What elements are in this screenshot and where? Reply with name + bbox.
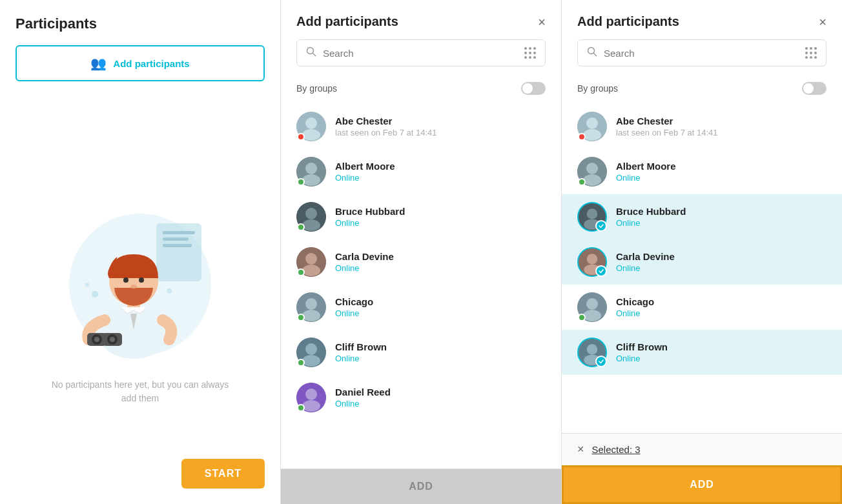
participant-status: Online — [335, 308, 546, 318]
avatar-wrapper — [296, 247, 326, 277]
svg-point-12 — [110, 337, 115, 342]
status-dot — [578, 178, 586, 186]
svg-point-20 — [167, 288, 172, 294]
participant-info: Chicago Online — [335, 296, 546, 318]
participant-status: Online — [335, 399, 546, 408]
close-button-2[interactable]: × — [819, 15, 827, 28]
add-participants-panel-2: Add participants × By groups — [562, 0, 842, 504]
avatar-wrapper — [296, 338, 326, 367]
participant-name: Albert Moore — [616, 161, 827, 172]
participant-info: Cliff Brown Online — [616, 341, 827, 363]
svg-point-33 — [305, 253, 317, 265]
list-item[interactable]: Carla Devine Online — [562, 239, 842, 285]
list-item[interactable]: Carla Devine Online — [281, 239, 561, 285]
clear-selection-button[interactable]: × — [577, 443, 584, 456]
participant-info: Bruce Hubbard Online — [616, 206, 827, 228]
avatar-wrapper — [577, 338, 607, 367]
svg-line-22 — [313, 54, 316, 56]
participant-status: Online — [616, 218, 827, 228]
list-item[interactable]: Abe Chester last seen on Feb 7 at 14:41 — [562, 104, 842, 149]
add-participants-panel-1: Add participants × By groups — [281, 0, 562, 504]
svg-point-17 — [130, 285, 137, 288]
list-item[interactable]: Albert Moore Online — [562, 149, 842, 194]
dialog-header-2: Add participants × — [562, 0, 842, 39]
svg-point-36 — [305, 298, 317, 310]
dialog-footer-2: × Selected: 3 ADD — [562, 433, 842, 504]
participant-info: Cliff Brown Online — [335, 341, 546, 363]
participant-list-1: Abe Chester last seen on Feb 7 at 14:41 … — [281, 104, 561, 469]
svg-rect-3 — [163, 237, 189, 241]
start-button[interactable]: START — [181, 459, 265, 489]
list-item[interactable]: Chicago Online — [562, 285, 842, 330]
list-item[interactable]: Bruce Hubbard Online — [562, 194, 842, 239]
participant-name: Albert Moore — [335, 161, 546, 172]
selected-row: × Selected: 3 — [562, 434, 842, 465]
list-item[interactable]: Cliff Brown Online — [281, 330, 561, 375]
dialog-title-2: Add participants — [577, 14, 679, 29]
close-button-1[interactable]: × — [538, 15, 546, 28]
avatar-wrapper — [577, 112, 607, 141]
selected-count: Selected: 3 — [592, 444, 641, 455]
svg-point-59 — [586, 298, 598, 310]
svg-rect-4 — [163, 244, 192, 247]
participant-status: Online — [616, 263, 827, 273]
status-dot — [297, 359, 305, 367]
status-dot — [297, 404, 305, 412]
svg-point-50 — [586, 163, 598, 174]
participant-status: last seen on Feb 7 at 14:41 — [616, 128, 827, 137]
grid-icon-1[interactable] — [524, 47, 536, 59]
svg-point-18 — [92, 291, 98, 297]
list-item[interactable]: Albert Moore Online — [281, 149, 561, 194]
add-button-2[interactable]: ADD — [562, 465, 842, 504]
dialog-footer-1: ADD — [281, 469, 561, 504]
svg-point-60 — [583, 310, 601, 321]
panel1-title: Participants — [15, 15, 265, 32]
add-participants-label: Add participants — [113, 58, 189, 69]
participant-name: Bruce Hubbard — [616, 206, 827, 217]
by-groups-toggle-1[interactable] — [521, 82, 546, 95]
svg-point-53 — [587, 208, 597, 219]
add-button-1[interactable]: ADD — [281, 469, 561, 504]
svg-point-24 — [305, 117, 317, 129]
illustration-svg — [56, 185, 224, 365]
avatar-wrapper — [577, 247, 607, 277]
dialog-header-1: Add participants × — [281, 0, 561, 39]
check-badge — [595, 265, 607, 277]
status-dot — [578, 133, 586, 141]
participant-info: Abe Chester last seen on Feb 7 at 14:41 — [616, 116, 827, 137]
participant-name: Carla Devine — [616, 251, 827, 262]
search-icon-2 — [587, 46, 597, 59]
participant-status: Online — [335, 218, 546, 228]
participant-list-2: Abe Chester last seen on Feb 7 at 14:41 … — [562, 104, 842, 433]
by-groups-toggle-2[interactable] — [802, 82, 827, 95]
list-item[interactable]: Chicago Online — [281, 285, 561, 330]
grid-icon-2[interactable] — [805, 47, 817, 59]
svg-point-40 — [302, 355, 320, 367]
participant-name: Cliff Brown — [335, 341, 546, 352]
svg-point-31 — [302, 219, 320, 231]
dialog-title-1: Add participants — [296, 14, 398, 29]
status-dot — [297, 268, 305, 276]
svg-point-27 — [305, 163, 317, 174]
participant-name: Chicago — [335, 296, 546, 307]
svg-point-39 — [305, 343, 317, 355]
list-item[interactable]: Cliff Brown Online — [562, 330, 842, 375]
search-icon-1 — [306, 46, 316, 59]
svg-point-16 — [139, 277, 144, 283]
avatar-wrapper — [577, 292, 607, 322]
list-item[interactable]: Daniel Reed Online — [281, 375, 561, 420]
check-badge — [595, 220, 607, 232]
svg-point-47 — [586, 117, 598, 129]
participant-name: Cliff Brown — [616, 341, 827, 352]
list-item[interactable]: Bruce Hubbard Online — [281, 194, 561, 239]
avatar-wrapper — [577, 157, 607, 186]
svg-point-42 — [305, 388, 317, 400]
list-item[interactable]: Abe Chester last seen on Feb 7 at 14:41 — [281, 104, 561, 149]
search-input-2[interactable] — [604, 48, 799, 59]
search-bar-2 — [577, 39, 827, 66]
avatar-wrapper — [296, 157, 326, 186]
participant-status: Online — [616, 308, 827, 318]
svg-point-25 — [302, 129, 320, 141]
search-input-1[interactable] — [323, 48, 518, 59]
add-participants-button[interactable]: 👥 Add participants — [15, 45, 265, 81]
